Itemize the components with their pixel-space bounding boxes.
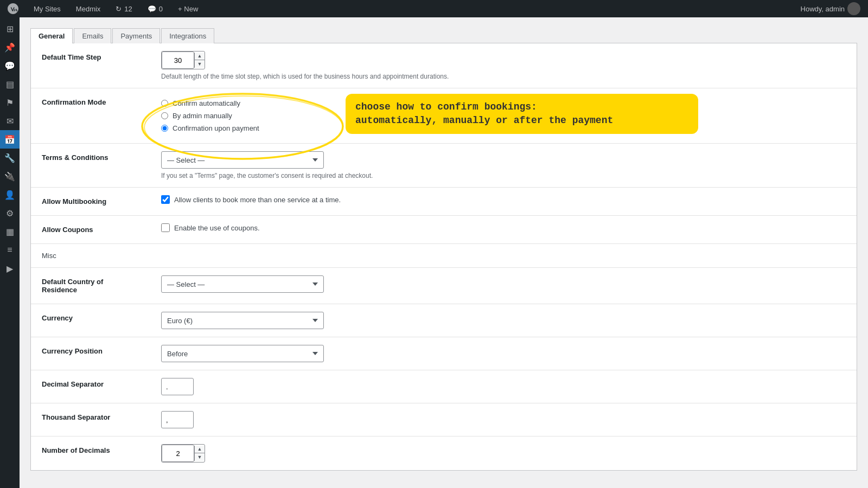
content-area: General Emails Payments Integrations Def…: [20, 17, 868, 481]
decimal-separator-row: Decimal Separator: [31, 370, 857, 403]
allow-multibooking-cell: Allow clients to book more than one serv…: [150, 188, 857, 216]
allow-coupons-cell: Enable the use of coupons.: [150, 216, 857, 244]
howdy-text: Howdy, admin: [801, 5, 845, 13]
radio-auto-input[interactable]: [161, 100, 168, 107]
avatar: [847, 2, 860, 15]
terms-description: If you set a "Terms" page, the customer'…: [161, 172, 846, 179]
tab-emails[interactable]: Emails: [74, 28, 111, 43]
new-button[interactable]: + New: [175, 5, 201, 13]
decimal-separator-label: Decimal Separator: [31, 370, 150, 403]
default-country-select[interactable]: — Select —: [161, 275, 324, 293]
multibooking-checkbox-wrap: Allow clients to book more than one serv…: [161, 195, 846, 204]
coupons-checkbox-label: Enable the use of coupons.: [174, 224, 260, 232]
allow-multibooking-row: Allow Multibooking Allow clients to book…: [31, 188, 857, 216]
sidebar-icon-flag[interactable]: ⚑: [0, 93, 20, 112]
my-sites-button[interactable]: My Sites: [30, 5, 64, 13]
default-country-label: Default Country of Residence: [31, 268, 150, 304]
annotation-line1: choose how to confirm bookings:: [355, 100, 688, 114]
time-step-input[interactable]: 30: [162, 52, 194, 69]
radio-manual-label: By admin manually: [173, 112, 232, 120]
decimals-down[interactable]: ▼: [195, 453, 205, 461]
radio-confirm-auto[interactable]: Confirm automatically: [161, 99, 259, 107]
sidebar-icon-grid[interactable]: ▦: [0, 222, 20, 241]
settings-panel: Default Time Step 30 ▲ ▼ Default length …: [30, 43, 857, 471]
sidebar-icon-pages[interactable]: ▤: [0, 75, 20, 93]
howdy-button[interactable]: Howdy, admin: [797, 2, 864, 15]
thousand-separator-input[interactable]: [161, 411, 194, 428]
tab-general[interactable]: General: [30, 28, 73, 43]
multibooking-checkbox-label: Allow clients to book more than one serv…: [174, 196, 341, 204]
misc-heading-cell: Misc: [31, 244, 857, 268]
site-name-button[interactable]: Medmix: [73, 5, 104, 13]
radio-manual-input[interactable]: [161, 112, 168, 119]
multibooking-checkbox[interactable]: [161, 195, 170, 204]
currency-position-row: Currency Position Before After: [31, 337, 857, 370]
terms-conditions-row: Terms & Conditions — Select — If you set…: [31, 144, 857, 188]
number-decimals-cell: ▲ ▼: [150, 436, 857, 471]
annotation-line2: automatically, manually or after the pay…: [355, 114, 688, 127]
currency-row: Currency Euro (€) US Dollar ($): [31, 304, 857, 337]
decimals-input[interactable]: [162, 445, 194, 462]
allow-coupons-row: Allow Coupons Enable the use of coupons.: [31, 216, 857, 244]
thousand-separator-cell: [150, 403, 857, 436]
time-step-down[interactable]: ▼: [195, 60, 205, 68]
confirmation-mode-cell: Confirm automatically By admin manually …: [150, 88, 857, 144]
admin-bar: My Sites Medmix ↻ 12 💬 0 + New Howdy, ad…: [0, 0, 868, 17]
time-step-up[interactable]: ▲: [195, 53, 205, 60]
default-time-step-label: Default Time Step: [31, 43, 150, 88]
radio-payment-input[interactable]: [161, 125, 168, 132]
sidebar-icon-settings[interactable]: ⚙: [0, 204, 20, 222]
currency-select[interactable]: Euro (€) US Dollar ($): [161, 312, 324, 329]
tab-payments[interactable]: Payments: [112, 28, 160, 43]
adminbar-left: My Sites Medmix ↻ 12 💬 0 + New: [4, 3, 797, 14]
comments-button[interactable]: 💬 0: [144, 5, 166, 13]
tab-integrations[interactable]: Integrations: [161, 28, 214, 43]
sidebar-icon-wrench[interactable]: 🔧: [0, 149, 20, 167]
radio-payment-label: Confirmation upon payment: [173, 124, 259, 132]
sidebar-icon-plugins[interactable]: 🔌: [0, 167, 20, 185]
sidebar-icon-calendar[interactable]: 📅: [0, 130, 20, 149]
decimals-input-wrap: ▲ ▼: [161, 444, 205, 463]
time-step-description: Default length of the time slot step, wh…: [161, 73, 846, 80]
misc-heading-text: Misc: [42, 252, 56, 260]
radio-confirm-payment[interactable]: Confirmation upon payment: [161, 124, 259, 132]
coupons-checkbox[interactable]: [161, 223, 170, 232]
wp-logo-icon: [8, 3, 18, 14]
default-time-step-row: Default Time Step 30 ▲ ▼ Default length …: [31, 43, 857, 88]
currency-position-label: Currency Position: [31, 337, 150, 370]
admin-sidebar: ⊞ 📌 💬 ▤ ⚑ ✉ 📅 🔧 🔌 👤 ⚙ ▦ ≡ ▶: [0, 17, 20, 488]
radio-confirm-manual[interactable]: By admin manually: [161, 112, 259, 120]
terms-conditions-cell: — Select — If you set a "Terms" page, th…: [150, 144, 857, 188]
sidebar-icon-dashboard[interactable]: ⊞: [0, 20, 20, 38]
sidebar-icon-users[interactable]: 👤: [0, 185, 20, 204]
default-country-row: Default Country of Residence — Select —: [31, 268, 857, 304]
sidebar-icon-layers[interactable]: ≡: [0, 241, 20, 259]
sidebar-icon-mail[interactable]: ✉: [0, 112, 20, 130]
sidebar-icon-comments[interactable]: 💬: [0, 56, 20, 75]
currency-position-select[interactable]: Before After: [161, 345, 324, 362]
main-content: General Emails Payments Integrations Def…: [20, 17, 868, 488]
updates-icon: ↻: [116, 5, 122, 13]
confirmation-radio-group: Confirm automatically By admin manually …: [161, 99, 259, 132]
confirmation-mode-label: Confirmation Mode: [31, 88, 150, 144]
my-sites-label: My Sites: [34, 5, 61, 13]
comments-icon: 💬: [148, 5, 156, 13]
wp-logo-button[interactable]: [4, 3, 22, 14]
default-country-cell: — Select —: [150, 268, 857, 304]
currency-position-cell: Before After: [150, 337, 857, 370]
annotation-callout: choose how to confirm bookings: automati…: [346, 94, 698, 134]
updates-button[interactable]: ↻ 12: [112, 5, 135, 13]
currency-label: Currency: [31, 304, 150, 337]
time-step-spinner: ▲ ▼: [194, 53, 205, 68]
sidebar-icon-play[interactable]: ▶: [0, 259, 20, 278]
sidebar-icon-pin[interactable]: 📌: [0, 38, 20, 56]
decimals-up[interactable]: ▲: [195, 446, 205, 453]
site-name-label: Medmix: [76, 5, 101, 13]
terms-conditions-select[interactable]: — Select —: [161, 151, 324, 169]
decimal-separator-input[interactable]: [161, 378, 194, 395]
coupons-checkbox-wrap: Enable the use of coupons.: [161, 223, 846, 232]
currency-cell: Euro (€) US Dollar ($): [150, 304, 857, 337]
decimal-separator-cell: [150, 370, 857, 403]
confirmation-mode-row: Confirmation Mode: [31, 88, 857, 144]
radio-auto-label: Confirm automatically: [173, 99, 240, 107]
